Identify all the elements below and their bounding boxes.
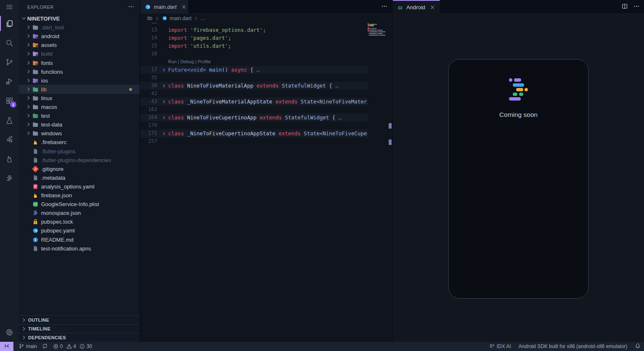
code-token xyxy=(206,67,209,73)
tree-item-monospace.json[interactable]: monospace.json xyxy=(19,208,140,217)
folder-icon xyxy=(32,68,39,75)
sidebar-section-timeline[interactable]: TIMELINE xyxy=(19,324,140,333)
editor-tab-bar: main.dart xyxy=(140,0,392,14)
activitybar-item-firebase[interactable] xyxy=(0,149,19,168)
editor-tab-actions xyxy=(381,0,388,14)
idx-lines-icon xyxy=(5,174,13,182)
tree-item-pubspec.lock[interactable]: pubspec.lock xyxy=(19,217,140,226)
tree-item-.metadata[interactable]: .metadata xyxy=(19,173,140,182)
tree-item-ios[interactable]: ios xyxy=(19,76,140,85)
tree-item-build[interactable]: build xyxy=(19,49,140,58)
tree-item-windows[interactable]: windows xyxy=(19,129,140,138)
codelens-actions[interactable]: Run | Debug | Profile xyxy=(168,58,211,66)
file-icon xyxy=(32,245,39,252)
tree-item-test-data[interactable]: test-data xyxy=(19,120,140,129)
tab-main-dart[interactable]: main.dart xyxy=(140,0,188,14)
overview-ruler-mark xyxy=(389,139,392,145)
code-token: class xyxy=(168,130,187,137)
problems-status-item[interactable]: 0430 xyxy=(53,343,94,349)
minimap[interactable] xyxy=(368,23,386,342)
file-icon xyxy=(32,174,39,181)
idx-logo-pill xyxy=(513,93,517,96)
fold-chevron-icon[interactable] xyxy=(161,129,167,137)
tree-item-fonts[interactable]: fonts xyxy=(19,58,140,67)
section-label: DEPENDENCIES xyxy=(28,335,66,340)
extensions-badge: 1 xyxy=(10,101,16,108)
activitybar-item-testing[interactable] xyxy=(0,111,19,130)
tree-item-README.md[interactable]: README.md xyxy=(19,235,140,244)
activitybar-item-settings[interactable] xyxy=(0,323,19,342)
code-token: 'firebase_options.dart' xyxy=(190,27,263,33)
breadcrumb-item[interactable]: main.dart xyxy=(170,15,192,21)
minimap-line xyxy=(370,26,373,26)
tree-item-android[interactable]: android xyxy=(19,31,140,41)
panel-tab-bar: Android xyxy=(393,0,644,14)
line-number: 35 xyxy=(140,74,157,82)
folder-build-icon xyxy=(32,50,39,57)
branch-icon xyxy=(18,343,24,350)
device-status-item[interactable]: Android SDK built for x86 (android-x86 e… xyxy=(519,343,627,349)
tree-item-.flutter-plugins[interactable]: .flutter-plugins xyxy=(19,147,140,156)
readme-icon xyxy=(32,236,39,243)
sidebar-section-outline[interactable]: OUTLINE xyxy=(19,315,140,324)
activitybar-item-explorer[interactable] xyxy=(0,14,19,33)
tree-item-.firebaserc[interactable]: .firebaserc xyxy=(19,137,140,147)
tree-item-functions[interactable]: functions xyxy=(19,67,140,76)
code-token: import xyxy=(168,35,190,41)
problem-count: 4 xyxy=(73,343,76,349)
idx-mini-icon xyxy=(32,209,39,216)
activitybar-item-idx-output[interactable] xyxy=(0,168,19,188)
code-token: NineToFiveCupertinoApp xyxy=(187,114,257,121)
editor-group: main.dart libmain.dart... 1213import 'fi… xyxy=(140,0,392,342)
tree-item-macos[interactable]: macos xyxy=(19,102,140,111)
tree-item-.flutter-plugins-dependencies[interactable]: .flutter-plugins-dependencies xyxy=(19,155,140,165)
fold-chevron-icon[interactable] xyxy=(161,66,167,74)
editor-more-actions-icon[interactable] xyxy=(381,3,388,11)
code-line-257: 257 xyxy=(140,137,368,145)
tree-item-test[interactable]: test xyxy=(19,111,140,120)
tree-item-GoogleService-Info.plist[interactable]: GoogleService-Info.plist xyxy=(19,199,140,209)
panel-more-actions-icon[interactable] xyxy=(633,3,640,11)
tree-item-.gitignore[interactable]: .gitignore xyxy=(19,164,140,173)
activitybar-item-source-control[interactable] xyxy=(0,52,19,72)
breadcrumb-item[interactable]: ... xyxy=(201,15,205,21)
activitybar-item-run-debug[interactable] xyxy=(0,72,19,91)
explorer-more-actions-icon[interactable] xyxy=(128,3,135,12)
sync-icon xyxy=(42,343,48,350)
idx-ai-status-item[interactable]: IDX AI xyxy=(489,343,511,350)
tree-item-lib[interactable]: lib xyxy=(19,85,140,94)
tree-root-NINETOFIVE[interactable]: NINETOFIVE xyxy=(19,14,140,23)
tree-item-assets[interactable]: assets xyxy=(19,40,140,49)
tree-item-firebase.json[interactable]: firebase.json xyxy=(19,191,140,200)
code-token: main xyxy=(209,67,222,73)
fold-chevron-icon[interactable] xyxy=(161,98,167,106)
tree-item-label: GoogleService-Info.plist xyxy=(41,201,99,207)
breadcrumb-item[interactable]: lib xyxy=(147,15,153,21)
overview-ruler[interactable] xyxy=(386,23,392,342)
code-token: … xyxy=(257,67,260,73)
tree-item-.dart_tool[interactable]: .dart_tool xyxy=(19,23,140,32)
activitybar-item-extensions[interactable]: 1 xyxy=(0,91,19,110)
close-icon[interactable] xyxy=(429,4,436,10)
code-editor[interactable]: 1213import 'firebase_options.dart';14imp… xyxy=(140,23,392,342)
line-number: 170 xyxy=(140,121,157,129)
branch-status-item[interactable]: main xyxy=(18,343,37,350)
notifications-status-item[interactable] xyxy=(635,343,641,350)
branch-label: main xyxy=(26,343,37,349)
fold-chevron-icon[interactable] xyxy=(161,82,167,90)
tree-item-test-notification.apns[interactable]: test-notification.apns xyxy=(19,244,140,253)
activitybar-item-search[interactable] xyxy=(0,33,19,52)
activitybar-item-flutter[interactable] xyxy=(0,130,19,149)
tree-item-pubspec.yaml[interactable]: pubspec.yaml xyxy=(19,226,140,235)
line-number: 43 xyxy=(140,98,157,106)
tree-item-linux[interactable]: linux xyxy=(19,93,140,103)
split-editor-icon[interactable] xyxy=(621,3,628,11)
close-icon[interactable] xyxy=(181,4,187,10)
fold-chevron-icon[interactable] xyxy=(161,114,167,121)
sidebar-section-dependencies[interactable]: DEPENDENCIES xyxy=(19,333,140,342)
remote-indicator[interactable] xyxy=(0,342,13,351)
sync-status-item[interactable] xyxy=(42,343,48,350)
tree-item-analysis_options.yaml[interactable]: analysis_options.yaml xyxy=(19,182,140,191)
tab-android[interactable]: Android xyxy=(393,0,440,14)
modified-dot-badge xyxy=(129,88,132,91)
